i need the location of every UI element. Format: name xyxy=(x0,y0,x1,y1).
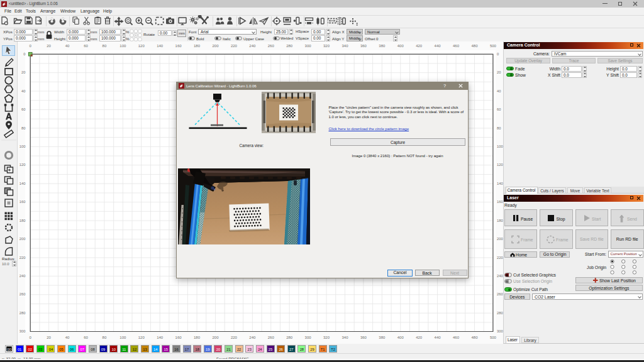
svg-text:Stop: Stop xyxy=(557,216,565,221)
svg-text:Pause: Pause xyxy=(521,216,533,221)
svg-text:Send: Send xyxy=(627,216,637,221)
svg-text:Start: Start xyxy=(592,216,601,221)
svg-text:Home: Home xyxy=(516,253,527,257)
svg-text:Frame: Frame xyxy=(521,237,533,241)
svg-text:Show Last Position: Show Last Position xyxy=(599,278,636,282)
svg-text:Frame: Frame xyxy=(556,237,569,241)
